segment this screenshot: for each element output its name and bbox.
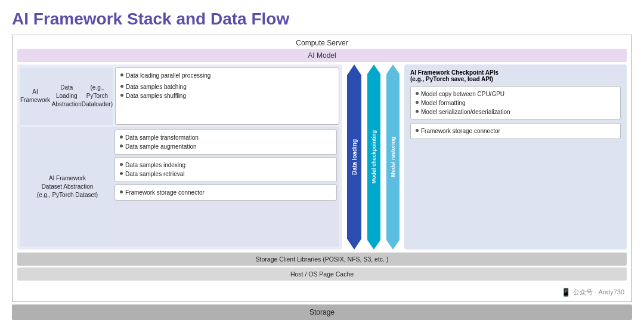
watermark: 📱 公众号 · Andy730 — [561, 288, 624, 297]
data-loading-abstraction-label: AI Framework Data Loading Abstraction(e.… — [20, 67, 113, 125]
data-loading-features-box: Data loading parallel processing Data sa… — [115, 67, 339, 125]
bullet-icon — [416, 129, 419, 132]
feature-item: Data samples retrieval — [120, 170, 332, 179]
feature-item: Data samples shuffling — [120, 91, 334, 100]
model-checkpointing-label: Model checkpointing — [371, 130, 377, 184]
checkpoint-features-box: Model copy between CPU/GPU Model formatt… — [410, 86, 621, 120]
model-checkpointing-arrowhead-up — [367, 64, 380, 74]
bullet-icon — [120, 163, 123, 166]
data-loading-arrowhead-down — [347, 239, 361, 250]
data-loading-arrowhead — [347, 64, 361, 75]
left-top-row: AI Framework Data Loading Abstraction(e.… — [20, 67, 339, 125]
storage-bar: Storage — [12, 304, 632, 320]
model-checkpointing-arrow-body: Model checkpointing — [367, 74, 380, 240]
bottom-bars: Storage Client Libraries (POSIX, NFS, S3… — [17, 253, 627, 281]
model-restoring-arrowhead-down — [386, 240, 400, 250]
feature-item: Model serialization/deserialization — [416, 107, 615, 116]
watermark-text: 公众号 · Andy730 — [573, 288, 624, 297]
dataset-abstraction-label: AI Framework Dataset Abstraction (e.g., … — [23, 130, 112, 244]
feature-item: Framework storage connector — [416, 127, 615, 136]
feature-item: Framework storage connector — [120, 188, 332, 197]
bullet-icon — [120, 144, 123, 147]
dataset-features-group1: Data sample transformation Data sample a… — [114, 130, 337, 155]
host-os-bar: Host / OS Page Cache — [17, 267, 627, 281]
bullet-icon — [120, 73, 123, 76]
compute-server-label: Compute Server — [17, 39, 627, 47]
bullet-icon — [120, 172, 123, 175]
left-panel-wrapper: AI Framework Data Loading Abstraction(e.… — [17, 64, 342, 250]
model-checkpointing-arrow-col: Model checkpointing — [366, 64, 382, 250]
bullet-icon — [120, 94, 123, 97]
bullet-icon — [120, 136, 123, 139]
watermark-icon: 📱 — [561, 288, 571, 297]
feature-item: Data loading parallel processing — [120, 71, 334, 80]
left-bottom-row: AI Framework Dataset Abstraction (e.g., … — [20, 127, 339, 247]
data-loading-arrow-col: Data loading — [346, 64, 363, 250]
main-content-area: AI Framework Data Loading Abstraction(e.… — [17, 64, 627, 250]
page-title: AI Framework Stack and Data Flow — [12, 10, 632, 29]
feature-item: Data samples batching — [120, 82, 334, 91]
right-storage-connector-box: Framework storage connector — [410, 123, 621, 139]
model-restoring-label: Model restoring — [390, 137, 396, 177]
dataset-features-group2: Data samples indexing Data samples retri… — [114, 157, 337, 182]
dataset-features-stack: Data sample transformation Data sample a… — [114, 130, 337, 244]
bullet-icon — [416, 101, 419, 104]
bullet-icon — [416, 92, 419, 95]
bullet-icon — [120, 190, 123, 193]
bullet-icon — [120, 85, 123, 88]
model-restoring-arrow-col: Model restoring — [385, 64, 401, 250]
bullet-icon — [416, 110, 419, 113]
data-loading-label: Data loading — [351, 139, 358, 175]
diagram-container: Compute Server AI Model AI Framework Dat… — [12, 35, 632, 302]
feature-item: Data samples indexing — [120, 161, 332, 170]
framework-storage-connector-left: Framework storage connector — [114, 184, 337, 201]
feature-item: Data sample augmentation — [120, 142, 332, 151]
ai-model-bar: AI Model — [17, 49, 627, 62]
feature-item: Model formatting — [416, 99, 615, 107]
model-restoring-arrowhead-up — [386, 64, 400, 74]
checkpoint-api-title: AI Framework Checkpoint APIs (e.g., PyTo… — [410, 69, 621, 82]
feature-item: Model copy between CPU/GPU — [416, 90, 615, 99]
data-loading-arrow-body: Data loading — [347, 75, 361, 239]
right-content-panel: AI Framework Checkpoint APIs (e.g., PyTo… — [404, 64, 627, 250]
storage-client-bar: Storage Client Libraries (POSIX, NFS, S3… — [17, 253, 627, 266]
feature-item: Data sample transformation — [120, 133, 332, 142]
model-checkpointing-arrowhead-down — [367, 240, 380, 250]
model-restoring-arrow-body: Model restoring — [386, 74, 400, 240]
